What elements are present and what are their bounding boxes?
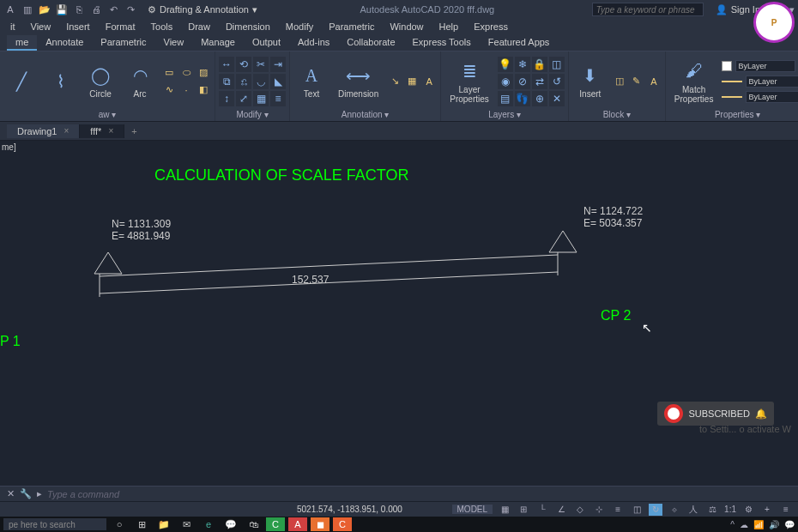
create-block-icon[interactable]: ◫ [612, 74, 627, 89]
doc-tab-fff[interactable]: fff*× [80, 124, 124, 138]
mirror-icon[interactable]: ⎌ [236, 74, 251, 89]
snap-icon[interactable]: ⊞ [517, 504, 530, 516]
rotate-icon[interactable]: ⟲ [236, 57, 251, 72]
polyline-flyout[interactable]: ⌇ [43, 68, 79, 95]
save-icon[interactable]: 💾 [55, 3, 69, 16]
stretch-icon[interactable]: ↕ [219, 91, 234, 106]
volume-icon[interactable]: 🔊 [769, 520, 779, 529]
layer-prev-icon[interactable]: ↺ [549, 74, 565, 89]
chamfer-icon[interactable]: ◣ [270, 74, 286, 89]
ellipse-icon[interactable]: ⬭ [178, 65, 194, 81]
workspace-selector[interactable]: ⚙ Drafting & Annotation ▾ [142, 4, 263, 15]
mtext-icon[interactable]: A [421, 74, 437, 89]
menu-tools[interactable]: Tools [144, 21, 180, 32]
doc-tab-drawing1[interactable]: Drawing1× [7, 124, 80, 138]
app-c-icon[interactable]: C [266, 517, 285, 531]
spline-icon[interactable]: ∿ [161, 82, 177, 98]
edge-icon[interactable]: e [199, 517, 218, 531]
polar-icon[interactable]: ∠ [554, 504, 568, 516]
menu-insert[interactable]: Insert [59, 21, 97, 32]
camtasia-icon[interactable]: C [333, 517, 352, 531]
insert-button[interactable]: ⬇Insert [572, 62, 608, 100]
layer-on-icon[interactable]: 💡 [498, 57, 513, 72]
menu-draw[interactable]: Draw [181, 21, 217, 32]
model-space-button[interactable]: MODEL [452, 505, 493, 514]
copy-icon[interactable]: ⧉ [219, 74, 234, 89]
layer-match-icon[interactable]: ⇄ [532, 74, 547, 89]
menu-dimension[interactable]: Dimension [219, 21, 277, 32]
open-icon[interactable]: 📂 [38, 3, 51, 16]
move-icon[interactable]: ↔ [219, 57, 234, 72]
selection-cycling-icon[interactable]: ↻ [649, 504, 662, 516]
notification-icon[interactable]: 💬 [784, 520, 795, 529]
store-icon[interactable]: 🛍 [244, 517, 263, 531]
taskview-icon[interactable]: ⊞ [132, 517, 151, 531]
menu-edit[interactable]: it [3, 21, 22, 32]
layer-merge-icon[interactable]: ⊕ [532, 91, 547, 106]
osnap-icon[interactable]: ◇ [573, 504, 587, 516]
leader-icon[interactable]: ↘ [387, 74, 402, 89]
undo-icon[interactable]: ↶ [106, 3, 120, 16]
dimension-button[interactable]: ⟷Dimension [333, 62, 384, 100]
layer-lock-icon[interactable]: 🔒 [532, 57, 547, 72]
panel-block-title[interactable]: Block ▾ [572, 109, 662, 121]
layer-walk-icon[interactable]: 👣 [515, 91, 530, 106]
trim-icon[interactable]: ✂ [253, 57, 269, 72]
tab-addins[interactable]: Add-ins [289, 35, 338, 51]
wifi-icon[interactable]: 📶 [753, 520, 764, 529]
otrack-icon[interactable]: ⊹ [592, 504, 606, 516]
menu-window[interactable]: Window [383, 21, 430, 32]
menu-modify[interactable]: Modify [279, 21, 320, 32]
close-icon[interactable]: × [63, 126, 69, 136]
cortana-icon[interactable]: ○ [110, 517, 129, 531]
offset-icon[interactable]: ≡ [270, 91, 286, 106]
panel-modify-title[interactable]: Modify ▾ [219, 109, 286, 121]
arc-flyout[interactable]: ◠Arc [122, 62, 158, 100]
rectangle-icon[interactable]: ▭ [161, 65, 177, 81]
panel-annotation-title[interactable]: Annotation ▾ [293, 109, 437, 121]
lineweight-toggle-icon[interactable]: ≡ [611, 504, 625, 516]
layer-off-icon[interactable]: ⊘ [515, 74, 530, 89]
chat-icon[interactable]: 💬 [221, 517, 240, 531]
wrench-icon[interactable]: 🔧 [20, 488, 32, 499]
tab-annotate[interactable]: Annotate [37, 35, 92, 51]
panel-properties-title[interactable]: Properties ▾ [669, 109, 798, 121]
text-button[interactable]: AText [293, 62, 329, 100]
tab-manage[interactable]: Manage [192, 35, 244, 51]
ortho-icon[interactable]: └ [535, 504, 549, 516]
menu-help[interactable]: Help [432, 21, 466, 32]
help-search-input[interactable] [592, 3, 704, 16]
menu-parametric[interactable]: Parametric [322, 21, 381, 32]
lineweight-select[interactable]: ByLayer [746, 76, 798, 88]
transparency-icon[interactable]: ◫ [630, 504, 644, 516]
layer-color-icon[interactable]: ◫ [549, 57, 565, 72]
close-cmd-icon[interactable]: ✕ [7, 488, 15, 499]
layer-state-icon[interactable]: ▤ [498, 91, 513, 106]
color-swatch-icon[interactable] [722, 61, 732, 71]
panel-draw-title[interactable]: aw ▾ [3, 109, 211, 121]
hatch-icon[interactable]: ▨ [196, 65, 211, 81]
menu-view[interactable]: View [24, 21, 58, 32]
attr-icon[interactable]: A [646, 74, 662, 89]
annotation-monitor-icon[interactable]: + [760, 504, 774, 516]
array-icon[interactable]: ▦ [253, 91, 269, 106]
annoscale-icon[interactable]: ⚖ [705, 504, 719, 516]
mail-icon[interactable]: ✉ [177, 517, 196, 531]
customize-icon[interactable]: ≡ [779, 504, 793, 516]
workspace-switch-icon[interactable]: ⚙ [741, 504, 755, 516]
app-menu-icon[interactable]: A [3, 3, 17, 16]
tab-featured-apps[interactable]: Featured Apps [480, 35, 559, 51]
fillet-icon[interactable]: ◡ [253, 74, 269, 89]
menu-format[interactable]: Format [99, 21, 142, 32]
scale-icon[interactable]: ⤢ [236, 91, 251, 106]
match-properties-button[interactable]: 🖌Match Properties [669, 57, 719, 106]
plot-icon[interactable]: 🖨 [89, 3, 103, 16]
command-line[interactable]: ✕ 🔧 ▸ Type a command [0, 486, 798, 501]
autocad-taskbar-icon[interactable]: A [288, 517, 307, 531]
region-icon[interactable]: ◧ [196, 82, 211, 98]
edit-block-icon[interactable]: ✎ [629, 74, 644, 89]
new-doc-button[interactable]: + [124, 124, 143, 138]
drawing-canvas[interactable]: me] CALCULATION OF SCALE FACTOR N= 1131.… [0, 141, 798, 486]
color-select[interactable]: ByLayer [735, 60, 795, 72]
layer-properties-button[interactable]: ≣Layer Properties [444, 57, 494, 106]
